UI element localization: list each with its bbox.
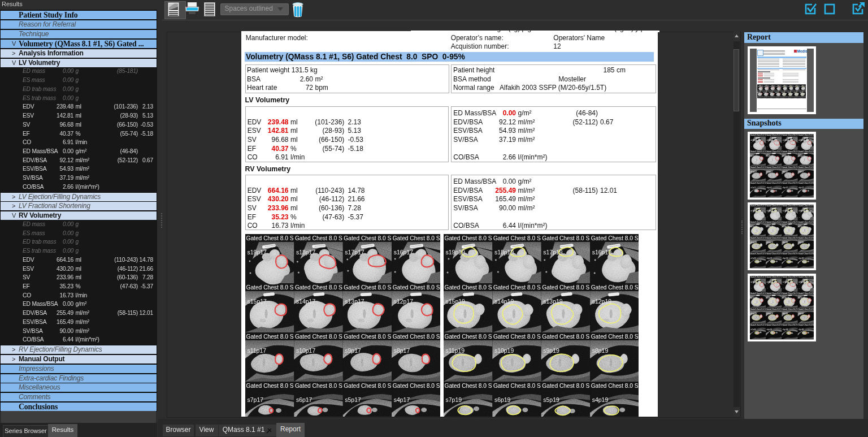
svg-text:s12p17: s12p17: [775, 92, 778, 93]
svg-text:s12p19: s12p19: [800, 92, 802, 93]
svg-text:s13p19: s13p19: [793, 92, 796, 93]
svg-text:s19p17: s19p17: [757, 86, 760, 86]
svg-text:s17p17: s17p17: [769, 86, 772, 86]
svg-text:s19p19: s19p19: [782, 86, 784, 86]
svg-text:s14p19: s14p19: [788, 92, 791, 93]
svg-text:s13p17: s13p17: [769, 92, 772, 93]
svg-text:s18p17: s18p17: [763, 86, 766, 86]
svg-text:s14p17: s14p17: [763, 92, 766, 93]
svg-text:s16p19: s16p19: [800, 86, 802, 86]
svg-text:s15p19: s15p19: [782, 92, 784, 93]
svg-text:s17p19: s17p19: [793, 86, 796, 86]
svg-text:s16p17: s16p17: [775, 86, 778, 86]
svg-text:s15p17: s15p17: [757, 92, 760, 93]
svg-text:s18p19: s18p19: [788, 86, 791, 86]
